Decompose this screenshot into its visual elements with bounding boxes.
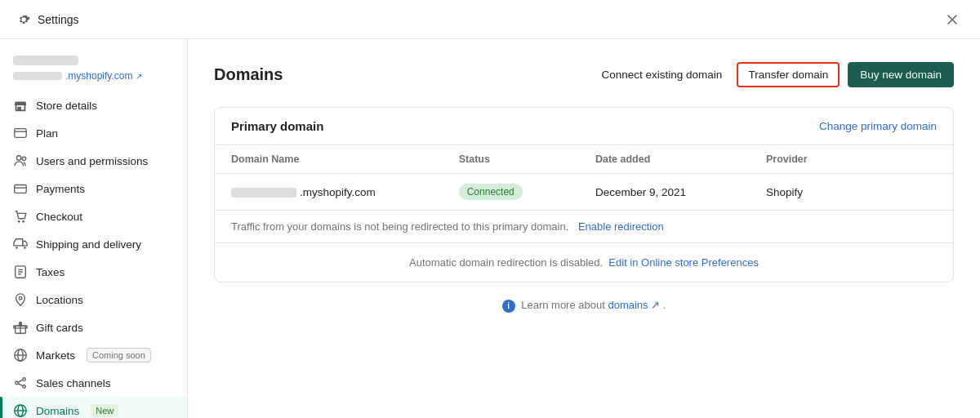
sidebar-label: Checkout xyxy=(36,211,82,223)
header-provider: Provider xyxy=(766,153,937,165)
sidebar-label: Shipping and delivery xyxy=(36,238,141,251)
primary-domain-header: Primary domain Change primary domain xyxy=(215,108,953,145)
taxes-icon xyxy=(13,265,28,279)
checkout-icon xyxy=(13,209,28,224)
sidebar-label: Locations xyxy=(36,294,83,306)
sidebar-label: Sales channels xyxy=(36,377,111,389)
domains-icon xyxy=(13,403,28,418)
svg-point-9 xyxy=(19,296,22,300)
sidebar-item-payments[interactable]: Payments xyxy=(0,175,187,202)
modal-body: .myshopify.com ↗ Store details xyxy=(0,39,980,418)
learn-more-section: i Learn more about domains ↗ . xyxy=(214,299,954,313)
status-badge: Connected xyxy=(459,184,523,200)
header-title-group: Settings xyxy=(16,12,79,27)
domains-actions: Connect existing domain Transfer domain … xyxy=(595,62,954,87)
store-url-link[interactable]: .myshopify.com xyxy=(65,70,132,82)
store-url-blur xyxy=(13,72,62,80)
store-info: .myshopify.com ↗ xyxy=(0,49,187,91)
plan-icon xyxy=(13,126,28,140)
svg-rect-3 xyxy=(15,185,26,193)
sidebar-item-markets[interactable]: Markets Coming soon xyxy=(0,341,187,369)
domain-name: .myshopify.com xyxy=(231,186,459,198)
users-icon xyxy=(13,153,28,168)
sidebar-label: Users and permissions xyxy=(36,155,148,167)
svg-point-6 xyxy=(16,247,18,249)
external-link-icon: ↗ xyxy=(136,72,142,81)
primary-domain-card: Primary domain Change primary domain Dom… xyxy=(214,107,954,282)
sales-icon xyxy=(13,376,28,390)
sidebar-item-users[interactable]: Users and permissions xyxy=(0,147,187,175)
sidebar-label: Taxes xyxy=(36,266,65,278)
sidebar-label: Markets xyxy=(36,349,75,362)
sidebar-item-sales-channels[interactable]: Sales channels xyxy=(0,369,187,397)
main-content: Domains Connect existing domain Transfer… xyxy=(188,39,980,418)
provider: Shopify xyxy=(766,186,937,198)
sidebar-item-store-details[interactable]: Store details xyxy=(0,91,187,119)
svg-point-2 xyxy=(22,157,26,161)
sidebar-item-taxes[interactable]: Taxes xyxy=(0,258,187,286)
buy-domain-button[interactable]: Buy new domain xyxy=(848,62,954,87)
domain-status: Connected xyxy=(459,184,595,200)
markets-icon xyxy=(13,348,28,362)
header-date-added: Date added xyxy=(595,153,766,165)
header-status: Status xyxy=(459,153,595,165)
sidebar-item-gift-cards[interactable]: Gift cards xyxy=(0,314,187,341)
svg-point-1 xyxy=(17,156,21,160)
primary-domain-title: Primary domain xyxy=(231,119,323,133)
markets-badge: Coming soon xyxy=(87,348,151,362)
svg-point-4 xyxy=(18,220,20,223)
sidebar-label: Payments xyxy=(36,183,85,195)
enable-redirection-link[interactable]: Enable redirection xyxy=(578,220,664,233)
svg-point-13 xyxy=(16,381,19,385)
sidebar-label: Gift cards xyxy=(36,322,83,334)
sidebar-label: Domains xyxy=(36,405,79,417)
sidebar-item-checkout[interactable]: Checkout xyxy=(0,202,187,230)
gift-icon xyxy=(13,320,28,335)
sidebar: .myshopify.com ↗ Store details xyxy=(0,39,188,418)
domain-table-header: Domain Name Status Date added Provider xyxy=(215,145,953,174)
gear-icon xyxy=(16,12,31,27)
domain-name-blur xyxy=(231,188,296,198)
store-icon xyxy=(13,98,28,113)
close-button[interactable] xyxy=(941,8,964,31)
domain-table-row: .myshopify.com Connected December 9, 202… xyxy=(215,174,953,211)
edit-preferences-link[interactable]: Edit in Online store Preferences xyxy=(608,256,759,269)
shipping-icon xyxy=(13,237,28,251)
store-url: .myshopify.com ↗ xyxy=(13,70,174,82)
date-added: December 9, 2021 xyxy=(595,186,766,198)
header-title: Settings xyxy=(38,13,79,26)
sidebar-item-domains[interactable]: Domains New xyxy=(0,397,187,418)
sidebar-nav: Store details Plan Users and permissions xyxy=(0,91,187,418)
payments-icon xyxy=(13,181,28,196)
info-icon: i xyxy=(502,300,515,313)
domains-badge: New xyxy=(91,404,118,417)
sidebar-item-locations[interactable]: Locations xyxy=(0,286,187,314)
transfer-domain-button[interactable]: Transfer domain xyxy=(737,62,840,87)
change-primary-link[interactable]: Change primary domain xyxy=(819,120,937,132)
page-title: Domains xyxy=(214,65,283,84)
svg-point-14 xyxy=(23,378,26,381)
svg-point-5 xyxy=(22,220,24,223)
connect-domain-button[interactable]: Connect existing domain xyxy=(595,64,729,86)
store-name-blur xyxy=(13,56,78,65)
settings-modal: Settings .myshopify.com ↗ xyxy=(0,0,980,418)
redirect-notice: Traffic from your domains is not being r… xyxy=(215,211,953,242)
sidebar-item-plan[interactable]: Plan xyxy=(0,119,187,147)
header-domain-name: Domain Name xyxy=(231,153,459,165)
domains-header: Domains Connect existing domain Transfer… xyxy=(214,62,954,87)
svg-point-15 xyxy=(23,385,26,389)
auto-redirect-notice: Automatic domain redirection is disabled… xyxy=(215,242,953,282)
sidebar-label: Store details xyxy=(36,100,97,112)
svg-point-7 xyxy=(24,247,26,249)
sidebar-item-shipping[interactable]: Shipping and delivery xyxy=(0,230,187,258)
learn-more-link[interactable]: domains ↗ xyxy=(608,299,662,311)
modal-header: Settings xyxy=(0,0,980,39)
location-icon xyxy=(13,292,28,307)
sidebar-label: Plan xyxy=(36,127,58,140)
svg-rect-0 xyxy=(15,129,26,138)
